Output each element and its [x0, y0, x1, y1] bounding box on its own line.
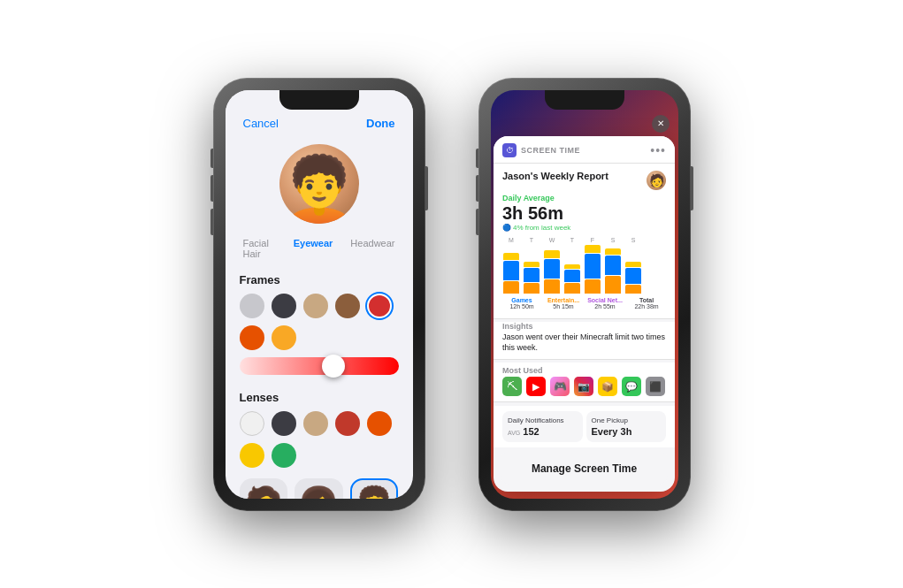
- cancel-button[interactable]: Cancel: [243, 117, 279, 130]
- tab-facial-hair[interactable]: Facial Hair: [234, 234, 285, 263]
- notch-2: [545, 90, 624, 110]
- bar-fri-blue: [585, 254, 601, 278]
- frame-color-red[interactable]: [367, 294, 392, 318]
- lens-color-red[interactable]: [335, 411, 360, 436]
- insights-text: Jason went over their Minecraft limit tw…: [502, 332, 666, 353]
- report-title: Jason's Weekly Report: [502, 171, 608, 181]
- memoji-avatar-area: 🧑‍🦱: [226, 137, 413, 227]
- manage-screen-time-label: Manage Screen Time: [532, 462, 637, 475]
- volume-up-button[interactable]: [210, 175, 213, 202]
- divider-1: [494, 318, 675, 319]
- volume-down-button[interactable]: [210, 209, 213, 235]
- frame-color-orange[interactable]: [240, 325, 264, 350]
- phone-memoji: Cancel Done 🧑‍🦱 Facial Hair Eyewear Head…: [213, 78, 425, 511]
- lens-color-tan[interactable]: [303, 411, 328, 436]
- manage-screen-time-button[interactable]: Manage Screen Time: [501, 451, 668, 485]
- bar-thu-orange: [564, 283, 580, 294]
- cat-entertain-time: 5h 15m: [544, 303, 583, 309]
- frame-color-yellow[interactable]: [272, 325, 296, 350]
- mute-switch-2[interactable]: [476, 149, 478, 168]
- lens-color-green[interactable]: [272, 443, 296, 468]
- one-pickup-label: One Pickup: [592, 416, 662, 424]
- bar-tue-blue: [524, 268, 540, 282]
- phone2-screen: ✕ ⏱ SCREEN TIME ••• Jason's Weekly Repor…: [491, 90, 678, 499]
- screentime-icon: ⏱: [502, 143, 517, 157]
- app-messages[interactable]: 💬: [622, 377, 641, 396]
- screen-time-card: ⏱ SCREEN TIME ••• Jason's Weekly Report …: [494, 136, 675, 492]
- lenses-section: Lenses: [226, 386, 413, 471]
- cat-total-name: Total: [627, 297, 666, 303]
- bar-sun-blue: [625, 268, 641, 284]
- one-pickup-box: One Pickup Every 3h: [586, 411, 667, 442]
- frame-color-brown[interactable]: [335, 294, 360, 318]
- volume-up-button-2[interactable]: [476, 175, 478, 202]
- cat-social-name: Social Net...: [585, 297, 624, 303]
- lens-color-clear[interactable]: [240, 411, 264, 436]
- done-button[interactable]: Done: [366, 117, 395, 130]
- bar-thu-blue: [564, 270, 580, 282]
- app-instagram[interactable]: 📷: [574, 377, 593, 396]
- app-other[interactable]: ⬛: [646, 377, 665, 396]
- frame-color-darkgray[interactable]: [272, 294, 296, 318]
- tab-eyewear[interactable]: Eyewear: [285, 234, 342, 263]
- change-indicator: 🔵 4% from last week: [502, 224, 666, 232]
- notch: [279, 90, 359, 110]
- app-notes[interactable]: 📦: [598, 377, 617, 396]
- power-button[interactable]: [425, 166, 428, 210]
- preview-3-selected[interactable]: 🧑‍🦱: [350, 478, 399, 499]
- change-circle-icon: 🔵: [502, 224, 511, 232]
- lens-color-darkgray[interactable]: [272, 411, 296, 436]
- slider-thumb[interactable]: [322, 355, 345, 378]
- bar-thu-yellow: [564, 264, 580, 269]
- bar-sat-orange: [605, 276, 621, 294]
- daily-avg-time: 3h 56m: [502, 204, 666, 222]
- bar-tuesday: [523, 245, 540, 294]
- frames-label: Frames: [240, 273, 399, 286]
- most-used-label: Most Used: [502, 366, 666, 375]
- insights-section: Insights Jason went over their Minecraft…: [494, 322, 675, 358]
- weekly-chart: M T W T F S S: [502, 237, 666, 309]
- close-button[interactable]: ✕: [652, 115, 670, 133]
- bar-wed-yellow: [544, 250, 560, 258]
- stats-row: Daily Notifications AVG 152 One Pickup E…: [494, 406, 675, 447]
- bar-sunday: [624, 245, 642, 294]
- bar-sun-orange: [625, 285, 641, 294]
- app-minecraft[interactable]: ⛏: [502, 377, 522, 396]
- cat-social-time: 2h 55m: [585, 303, 624, 309]
- bar-tue-orange: [524, 283, 540, 294]
- bar-monday: [502, 245, 520, 294]
- lens-color-orange[interactable]: [367, 411, 392, 436]
- cat-games-name: Games: [502, 297, 541, 303]
- bar-wednesday: [543, 245, 561, 294]
- mute-switch[interactable]: [210, 149, 213, 168]
- day-S2: S: [624, 237, 642, 243]
- user-avatar: 🧑: [647, 171, 666, 190]
- bar-mon-blue: [503, 261, 519, 280]
- bar-fri-yellow: [585, 245, 601, 254]
- bar-saturday: [604, 245, 622, 294]
- power-button-2[interactable]: [691, 166, 693, 210]
- bar-sat-yellow: [605, 248, 621, 255]
- tab-headwear[interactable]: Headwear: [341, 234, 403, 263]
- change-text: 4% from last week: [513, 224, 570, 232]
- more-options[interactable]: •••: [650, 143, 666, 157]
- volume-down-button-2[interactable]: [476, 209, 478, 235]
- lens-color-row: [240, 411, 399, 468]
- memoji-preview-row: 🧔 👩 🧑‍🦱: [226, 473, 413, 499]
- frame-color-lightgray[interactable]: [240, 294, 264, 318]
- bar-sat-blue: [605, 256, 621, 275]
- lens-color-yellow[interactable]: [240, 443, 264, 468]
- bar-friday: [584, 245, 601, 294]
- most-used-section: Most Used ⛏ ▶ 🎮 📷 📦 💬 ⬛: [494, 363, 675, 401]
- bar-mon-yellow: [503, 253, 519, 260]
- bar-fri-orange: [585, 279, 601, 294]
- cat-games-time: 12h 50m: [502, 303, 541, 309]
- app-youtube[interactable]: ▶: [526, 377, 546, 396]
- frame-color-slider[interactable]: [240, 357, 399, 375]
- memoji-avatar: 🧑‍🦱: [279, 144, 359, 224]
- frame-color-tan[interactable]: [303, 294, 328, 318]
- preview-1[interactable]: 🧔: [240, 478, 288, 499]
- app-game1[interactable]: 🎮: [550, 377, 570, 396]
- preview-2[interactable]: 👩: [295, 478, 343, 499]
- card-body: Jason's Weekly Report 🧑 Daily Average 3h…: [494, 164, 675, 318]
